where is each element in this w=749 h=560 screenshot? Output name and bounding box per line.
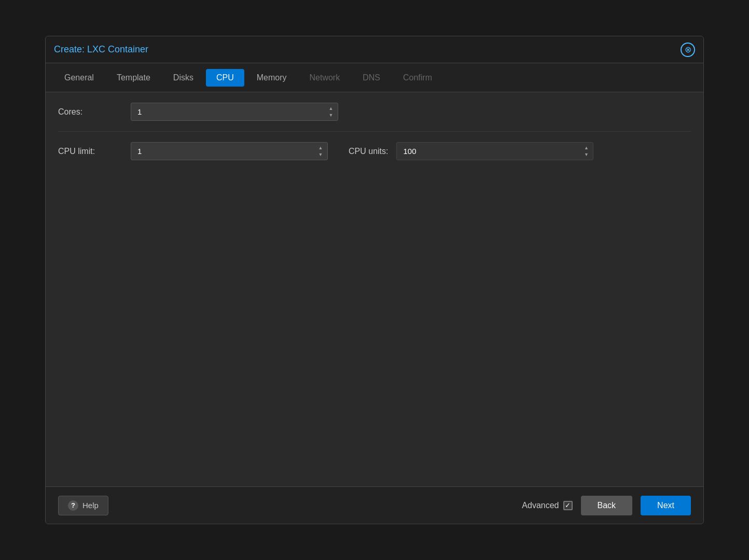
tab-confirm[interactable]: Confirm [393, 69, 442, 87]
content-area: Cores: ▲ ▼ CPU limit: ▲ ▼ [46, 92, 703, 486]
next-button[interactable]: Next [641, 496, 691, 515]
back-button[interactable]: Back [581, 496, 633, 515]
dialog-title: Create: LXC Container [54, 44, 148, 55]
tab-network[interactable]: Network [299, 69, 351, 87]
help-icon: ? [68, 500, 78, 511]
cores-down-arrow[interactable]: ▼ [326, 112, 336, 118]
tab-bar: General Template Disks CPU Memory Networ… [46, 63, 703, 92]
help-label: Help [82, 501, 99, 510]
title-bar: Create: LXC Container ⊗ [46, 36, 703, 63]
cpu-units-label: CPU units: [349, 147, 388, 156]
tab-cpu[interactable]: CPU [206, 69, 244, 87]
close-button[interactable]: ⊗ [681, 43, 695, 57]
cpu-units-spin-arrows[interactable]: ▲ ▼ [581, 145, 591, 158]
tab-general[interactable]: General [54, 69, 104, 87]
tab-template[interactable]: Template [106, 69, 161, 87]
tab-disks[interactable]: Disks [163, 69, 204, 87]
help-button[interactable]: ? Help [58, 496, 108, 515]
cores-row: Cores: ▲ ▼ [58, 92, 691, 132]
cpu-units-input[interactable] [396, 142, 593, 160]
cpu-units-down-arrow[interactable]: ▼ [581, 151, 591, 158]
cores-spinbox: ▲ ▼ [131, 103, 338, 121]
advanced-checkbox[interactable] [563, 501, 573, 510]
cores-up-arrow[interactable]: ▲ [326, 105, 336, 111]
create-lxc-dialog: Create: LXC Container ⊗ General Template… [45, 36, 704, 524]
footer: ? Help Advanced Back Next [46, 486, 703, 524]
footer-right: Advanced Back Next [522, 496, 691, 515]
cpu-form: Cores: ▲ ▼ CPU limit: ▲ ▼ [46, 92, 703, 171]
tab-memory[interactable]: Memory [246, 69, 297, 87]
cores-spin-arrows[interactable]: ▲ ▼ [326, 105, 336, 118]
advanced-label[interactable]: Advanced [522, 501, 572, 510]
cpu-limit-down-arrow[interactable]: ▼ [315, 151, 326, 158]
cpu-limit-row: CPU limit: ▲ ▼ CPU units: ▲ ▼ [58, 132, 691, 171]
tab-dns[interactable]: DNS [352, 69, 391, 87]
cpu-limit-up-arrow[interactable]: ▲ [315, 145, 326, 151]
cpu-limit-spin-arrows[interactable]: ▲ ▼ [315, 145, 326, 158]
cpu-limit-input[interactable] [131, 142, 328, 160]
close-icon: ⊗ [685, 46, 691, 54]
cpu-limit-label: CPU limit: [58, 147, 131, 156]
advanced-text: Advanced [522, 501, 559, 510]
cpu-units-group: CPU units: ▲ ▼ [349, 142, 593, 160]
cpu-units-spinbox: ▲ ▼ [396, 142, 593, 160]
cores-label: Cores: [58, 107, 131, 117]
cores-input[interactable] [131, 103, 338, 121]
cpu-limit-spinbox: ▲ ▼ [131, 142, 328, 160]
cpu-units-up-arrow[interactable]: ▲ [581, 145, 591, 151]
